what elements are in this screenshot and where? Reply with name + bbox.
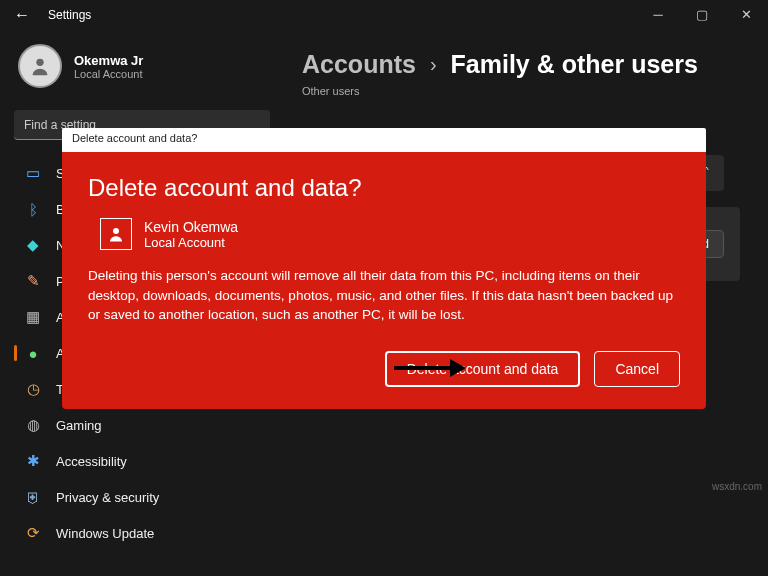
dialog-titlebar: Delete account and data? [62,128,706,152]
dialog-body: Deleting this person's account will remo… [88,266,680,325]
maximize-button[interactable]: ▢ [680,0,724,28]
person-icon: ● [24,344,42,362]
clock-icon: ◷ [24,380,42,398]
user-sub: Local Account [74,68,143,80]
nav-gaming[interactable]: ◍Gaming [14,408,270,442]
back-button[interactable]: ← [8,1,36,29]
brush-icon: ✎ [24,272,42,290]
gamepad-icon: ◍ [24,416,42,434]
titlebar: ← Settings ─ ▢ ✕ [0,0,768,30]
svg-marker-3 [450,359,466,377]
breadcrumb: Accounts › Family & other users [302,50,740,79]
dialog-user-name: Kevin Okemwa [144,219,238,235]
svg-point-1 [113,228,119,234]
accessibility-icon: ✱ [24,452,42,470]
current-user[interactable]: Okemwa Jr Local Account [14,44,270,88]
nav-privacy[interactable]: ⛨Privacy & security [14,480,270,514]
wifi-icon: ◆ [24,236,42,254]
shield-icon: ⛨ [24,488,42,506]
watermark: wsxdn.com [712,481,762,492]
crumb-accounts[interactable]: Accounts [302,50,416,79]
dialog-user-sub: Local Account [144,235,238,250]
section-label: Other users [302,85,740,97]
close-button[interactable]: ✕ [724,0,768,28]
dialog-buttons: Delete account and data Cancel [88,351,680,387]
crumb-page: Family & other users [451,50,698,79]
dialog-heading: Delete account and data? [88,174,680,202]
chevron-right-icon: › [430,53,437,76]
window-controls: ─ ▢ ✕ [636,0,768,28]
apps-icon: ▦ [24,308,42,326]
app-title: Settings [48,8,91,22]
nav-accessibility[interactable]: ✱Accessibility [14,444,270,478]
user-name: Okemwa Jr [74,53,143,68]
dialog-avatar-icon [100,218,132,250]
dialog-user: Kevin Okemwa Local Account [100,218,680,250]
avatar-icon [18,44,62,88]
cancel-button[interactable]: Cancel [594,351,680,387]
nav-update[interactable]: ⟳Windows Update [14,516,270,550]
arrow-icon [392,357,466,383]
minimize-button[interactable]: ─ [636,0,680,28]
svg-point-0 [36,59,43,66]
delete-account-dialog: Delete account and data? Kevin Okemwa Lo… [62,152,706,409]
bluetooth-icon: ᛒ [24,200,42,218]
update-icon: ⟳ [24,524,42,542]
system-icon: ▭ [24,164,42,182]
